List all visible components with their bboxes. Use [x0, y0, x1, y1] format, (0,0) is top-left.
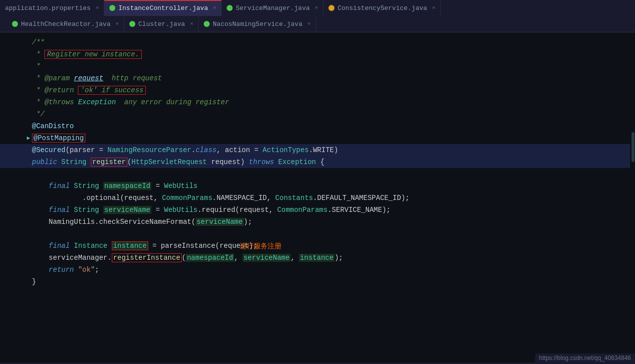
scrollbar[interactable] — [630, 66, 635, 363]
code-text: } — [32, 276, 635, 288]
chinese-annotation: 进行服务注册 — [240, 240, 485, 252]
code-text: @CanDistro — [32, 120, 635, 132]
code-text: * @return 'ok' if success — [32, 84, 635, 96]
code-text: @PostMapping — [32, 132, 635, 144]
code-line: /** — [0, 36, 635, 48]
code-line: return "ok"; — [0, 264, 635, 276]
close-icon[interactable]: × — [190, 21, 194, 27]
tab-nacos-naming[interactable]: NacosNamingService.java × — [199, 16, 316, 32]
tab-consistency-service[interactable]: ConsistencyService.java × — [323, 0, 441, 16]
tab-cluster[interactable]: Cluster.java × — [124, 16, 199, 32]
code-line: @Secured(parser = NamingResourceParser.c… — [0, 144, 635, 156]
code-text: public String register(HttpServletReques… — [32, 156, 635, 168]
tab-label: ConsistencyService.java — [337, 4, 427, 12]
code-line: serviceManager.registerInstance(namespac… — [0, 252, 635, 264]
code-text: final String serviceName = WebUtils.requ… — [32, 204, 635, 216]
code-line: } — [0, 276, 635, 288]
tab-instance-controller[interactable]: InstanceController.java × — [104, 0, 222, 16]
close-icon[interactable]: × — [115, 21, 119, 27]
close-icon[interactable]: × — [96, 5, 99, 11]
tab-file-icon — [129, 21, 135, 27]
code-text: * — [32, 60, 635, 72]
code-line: NamingUtils.checkServiceNameFormat(servi… — [0, 216, 635, 228]
code-line: ▶ @PostMapping — [0, 132, 635, 144]
close-icon[interactable]: × — [432, 5, 436, 11]
close-icon[interactable]: × — [308, 21, 311, 27]
code-text: return "ok"; — [32, 264, 635, 276]
line-indicator: ▶ — [25, 132, 32, 144]
tab-row-2: HealthCheckReactor.java × Cluster.java ×… — [0, 16, 635, 32]
tab-file-icon — [12, 21, 18, 27]
scroll-thumb[interactable] — [632, 132, 635, 162]
code-text — [32, 168, 635, 180]
status-bar: https://blog.csdn.net/qq_40634846 — [535, 354, 635, 363]
tab-label: HealthCheckReactor.java — [21, 20, 110, 28]
code-line: final Instance instance = parseInstance(… — [0, 240, 635, 252]
code-line: .optional(request, CommonParams.NAMESPAC… — [0, 192, 635, 204]
code-text: final String namespaceId = WebUtils — [32, 180, 635, 192]
tab-healthcheck[interactable]: HealthCheckReactor.java × — [7, 16, 124, 32]
code-text: * @throws Exception any error during reg… — [32, 96, 635, 108]
code-text: * Register new instance. — [32, 48, 635, 60]
code-line: @CanDistro — [0, 120, 635, 132]
code-line: */ — [0, 108, 635, 120]
code-line: final String serviceName = WebUtils.requ… — [0, 204, 635, 216]
code-text: * @param request http request — [32, 72, 635, 84]
tab-file-icon — [328, 5, 334, 11]
tab-file-icon — [227, 5, 233, 11]
code-text: */ — [32, 108, 635, 120]
code-text: /** — [32, 36, 635, 48]
code-line: final String namespaceId = WebUtils — [0, 180, 635, 192]
tab-service-manager[interactable]: ServiceManager.java × — [222, 0, 323, 16]
close-icon[interactable]: × — [315, 5, 318, 11]
code-line: * @throws Exception any error during reg… — [0, 96, 635, 108]
code-editor: /** * Register new instance. * * @param … — [0, 32, 635, 363]
tab-bar: application.properties × InstanceControl… — [0, 0, 635, 32]
code-text: .optional(request, CommonParams.NAMESPAC… — [32, 192, 635, 204]
code-line — [0, 168, 635, 180]
code-text: @Secured(parser = NamingResourceParser.c… — [32, 144, 635, 156]
close-icon[interactable]: × — [213, 5, 217, 11]
code-line — [0, 228, 635, 240]
tab-row-1: application.properties × InstanceControl… — [0, 0, 635, 16]
code-line: * @return 'ok' if success — [0, 84, 635, 96]
tab-file-icon — [204, 21, 210, 27]
tab-label: ServiceManager.java — [236, 4, 310, 12]
code-line: * @param request http request — [0, 72, 635, 84]
code-text: serviceManager.registerInstance(namespac… — [32, 252, 635, 264]
tab-label: application.properties — [5, 4, 91, 12]
tab-label: InstanceController.java — [118, 4, 208, 12]
code-line: public String register(HttpServletReques… — [0, 156, 635, 168]
code-line: * — [0, 60, 635, 72]
tab-label: NacosNamingService.java — [213, 20, 302, 28]
code-line: * Register new instance. — [0, 48, 635, 60]
code-text: NamingUtils.checkServiceNameFormat(servi… — [32, 216, 635, 228]
tab-label: Cluster.java — [138, 20, 185, 28]
tab-file-icon — [109, 5, 115, 11]
tab-application[interactable]: application.properties × — [0, 0, 104, 16]
status-url: https://blog.csdn.net/qq_40634846 — [539, 355, 631, 362]
code-text — [32, 228, 635, 240]
